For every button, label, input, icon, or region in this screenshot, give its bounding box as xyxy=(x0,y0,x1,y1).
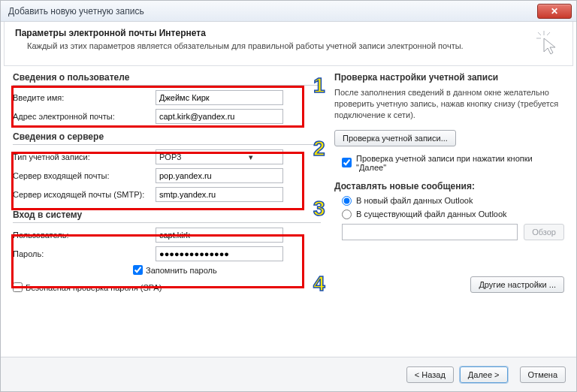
titlebar: Добавить новую учетную запись ✕ xyxy=(1,1,576,22)
user-section-title: Сведения о пользователе xyxy=(13,72,321,86)
chevron-down-icon: ▾ xyxy=(220,152,281,162)
login-section: Вход в систему Пользователь: Пароль: Зап… xyxy=(13,210,321,292)
password-input[interactable] xyxy=(156,246,283,261)
auto-test-label: Проверка учетной записи при нажатии кноп… xyxy=(356,154,564,172)
name-input[interactable] xyxy=(156,90,283,105)
other-settings-button[interactable]: Другие настройки ... xyxy=(470,276,564,293)
account-type-value: POP3 xyxy=(159,152,220,161)
email-label: Адрес электронной почты: xyxy=(13,112,156,121)
account-type-label: Тип учетной записи: xyxy=(13,152,156,161)
spa-checkbox[interactable] xyxy=(13,282,23,292)
window-title: Добавить новую учетную запись xyxy=(8,6,537,17)
svg-line-2 xyxy=(538,32,541,35)
cursor-icon xyxy=(532,28,562,58)
user-info-section: Сведения о пользователе Введите имя: Адр… xyxy=(13,72,321,124)
close-icon: ✕ xyxy=(551,6,558,17)
svg-line-3 xyxy=(547,32,550,35)
remember-password-checkbox[interactable] xyxy=(133,265,143,275)
deliver-existing-radio[interactable] xyxy=(342,210,352,219)
deliver-new-radio[interactable] xyxy=(342,196,352,206)
outgoing-server-label: Сервер исходящей почты (SMTP): xyxy=(13,190,156,199)
header-title: Параметры электронной почты Интернета xyxy=(15,28,524,38)
deliver-existing-label: В существующий файл данных Outlook xyxy=(356,210,507,219)
incoming-server-input[interactable] xyxy=(156,168,283,183)
incoming-server-label: Сервер входящей почты: xyxy=(13,171,156,180)
cancel-button[interactable]: Отмена xyxy=(520,366,566,383)
header-subtitle: Каждый из этих параметров является обяза… xyxy=(15,41,524,50)
name-label: Введите имя: xyxy=(13,93,156,102)
close-button[interactable]: ✕ xyxy=(537,4,572,19)
username-input[interactable] xyxy=(156,228,283,243)
username-label: Пользователь: xyxy=(13,231,156,240)
email-input[interactable] xyxy=(156,109,283,124)
auto-test-checkbox[interactable] xyxy=(342,158,352,167)
data-file-path-input[interactable] xyxy=(342,224,518,240)
test-section-desc: После заполнения сведений в данном окне … xyxy=(334,87,564,121)
spa-label: Безопасная проверка пароля (SPA) xyxy=(26,283,162,292)
next-button[interactable]: Далее > xyxy=(460,366,508,383)
remember-password-label: Запомнить пароль xyxy=(146,266,217,275)
deliver-new-label: В новый файл данных Outlook xyxy=(356,196,473,205)
dialog-footer: < Назад Далее > Отмена xyxy=(1,357,576,391)
login-section-title: Вход в систему xyxy=(13,210,321,223)
server-info-section: Сведения о сервере Тип учетной записи: P… xyxy=(13,131,321,202)
outgoing-server-input[interactable] xyxy=(156,187,283,202)
dialog-header: Параметры электронной почты Интернета Ка… xyxy=(4,22,573,66)
server-section-title: Сведения о сервере xyxy=(13,131,321,145)
browse-button[interactable]: Обзор xyxy=(524,224,564,240)
password-label: Пароль: xyxy=(13,249,156,258)
deliver-section-title: Доставлять новые сообщения: xyxy=(334,181,564,191)
test-section-title: Проверка настройки учетной записи xyxy=(334,72,564,83)
back-button[interactable]: < Назад xyxy=(406,366,454,383)
test-account-button[interactable]: Проверка учетной записи... xyxy=(334,130,456,146)
account-type-select[interactable]: POP3 ▾ xyxy=(156,149,283,164)
